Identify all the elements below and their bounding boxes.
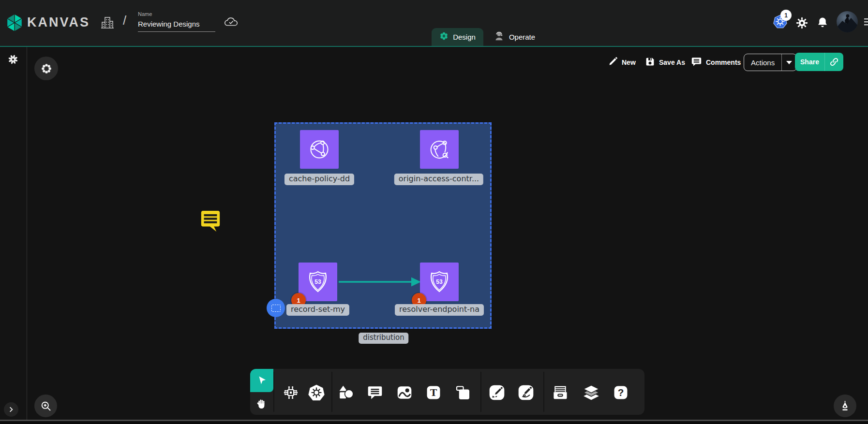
- archive-drawer-icon: [551, 383, 569, 402]
- avatar[interactable]: [837, 11, 858, 32]
- selection-handle[interactable]: [267, 299, 285, 317]
- comments-button[interactable]: Comments: [691, 54, 741, 71]
- text-icon: T: [425, 384, 442, 401]
- note-icon: [455, 384, 471, 401]
- tool-pan[interactable]: [250, 392, 273, 415]
- tab-operate[interactable]: Operate: [488, 28, 541, 46]
- tool-freehand-pencil[interactable]: [515, 381, 537, 404]
- shapes-icon: [337, 384, 355, 401]
- question-mark-icon: ?: [613, 384, 629, 401]
- organization-icon[interactable]: [100, 15, 115, 32]
- node-label-resolver-endpoint[interactable]: resolver-endpoint-na: [395, 304, 484, 316]
- left-sidebar: [0, 47, 27, 420]
- pen-nib-icon: [839, 400, 851, 412]
- breadcrumb-separator: /: [123, 13, 126, 28]
- share-split-button: Share: [795, 53, 843, 71]
- tool-mesh-sync[interactable]: [280, 381, 302, 404]
- window-bottom-shadow: [0, 421, 868, 424]
- edge-pencil-icon: [488, 384, 506, 401]
- save-as-button[interactable]: Save As: [645, 54, 685, 71]
- dock-toggle-button[interactable]: [34, 57, 58, 80]
- tool-help[interactable]: ?: [610, 381, 632, 404]
- magnifier-plus-icon: [40, 400, 52, 412]
- tool-layers[interactable]: [580, 381, 602, 404]
- tool-kubernetes[interactable]: [305, 381, 328, 404]
- chevron-down-icon: [786, 61, 792, 64]
- tool-image[interactable]: [393, 381, 416, 404]
- cursor-arrow-icon: [256, 375, 268, 386]
- operator-headset-icon: [494, 30, 505, 44]
- dock-divider: [543, 372, 544, 412]
- tab-operate-label: Operate: [509, 33, 535, 41]
- svg-text:T: T: [430, 387, 437, 398]
- header-divider: [0, 46, 868, 47]
- new-button[interactable]: New: [608, 54, 636, 71]
- tool-dock: T: [250, 369, 644, 415]
- svg-text:53: 53: [436, 278, 443, 285]
- comments-bubble-icon: [691, 56, 702, 69]
- tool-archive[interactable]: [549, 381, 571, 404]
- tab-design-label: Design: [453, 33, 476, 41]
- cloud-saved-icon[interactable]: [223, 15, 239, 30]
- meshery-spiral-icon[interactable]: [7, 54, 19, 67]
- actions-button[interactable]: Actions: [744, 54, 782, 71]
- comment-bubble-icon: [367, 384, 383, 401]
- dashed-square-icon: [271, 305, 281, 312]
- actions-dropdown: Actions: [744, 54, 797, 71]
- tool-edge-pencil[interactable]: [486, 381, 508, 404]
- tool-text[interactable]: T: [422, 381, 445, 404]
- notifications-bell-icon[interactable]: [816, 16, 829, 31]
- image-icon: [396, 384, 413, 401]
- zoom-in-button[interactable]: [34, 395, 57, 417]
- tool-comment[interactable]: [364, 381, 386, 404]
- flower-icon: [40, 62, 53, 75]
- actions-caret-button[interactable]: [782, 54, 796, 71]
- logo-text: KANVAS: [27, 15, 90, 30]
- cloudfront-origin-access-icon: [426, 136, 452, 162]
- node-resolver-endpoint[interactable]: 53: [420, 263, 459, 301]
- save-floppy-icon: [645, 57, 655, 69]
- copy-link-button[interactable]: [825, 53, 843, 71]
- menu-icon[interactable]: [864, 18, 868, 29]
- pen-mode-button[interactable]: [834, 395, 856, 417]
- svg-text:53: 53: [314, 278, 321, 285]
- svg-text:?: ?: [618, 387, 624, 398]
- dock-divider: [331, 372, 332, 412]
- node-label-record-set[interactable]: record-set-my: [286, 304, 349, 316]
- node-label-cache-policy[interactable]: cache-policy-dd: [284, 174, 354, 185]
- freehand-pencil-icon: [517, 384, 535, 401]
- route53-resolver-endpoint-icon: 53: [426, 269, 452, 295]
- node-label-origin-access[interactable]: origin-access-contr...: [394, 174, 483, 185]
- kanvas-logo-icon[interactable]: [6, 13, 23, 35]
- node-origin-access[interactable]: [420, 130, 459, 169]
- route53-record-set-icon: 53: [305, 269, 331, 295]
- kubernetes-badge: 1: [780, 10, 792, 21]
- sidebar-expand-button[interactable]: [4, 402, 18, 417]
- pencil-icon: [608, 57, 618, 68]
- edge-record-to-resolver[interactable]: [338, 276, 423, 288]
- node-cache-policy[interactable]: [300, 130, 339, 169]
- mesh-sync-icon: [282, 384, 299, 401]
- design-name-input[interactable]: Reviewing Designs: [138, 19, 215, 32]
- new-button-label: New: [622, 58, 636, 66]
- hand-icon: [255, 397, 268, 410]
- dock-divider: [273, 372, 274, 412]
- group-label-distribution[interactable]: distribution: [359, 333, 408, 344]
- comment-marker[interactable]: [199, 209, 222, 235]
- save-as-button-label: Save As: [659, 58, 685, 66]
- layers-icon: [582, 383, 600, 402]
- tool-select[interactable]: [250, 369, 273, 392]
- settings-gear-icon[interactable]: [795, 16, 808, 31]
- kubernetes-helm-icon: [307, 383, 326, 402]
- cloudfront-cache-policy-icon: [306, 136, 332, 162]
- share-button[interactable]: Share: [795, 53, 825, 71]
- tool-shapes[interactable]: [335, 381, 357, 404]
- comments-button-label: Comments: [706, 58, 741, 66]
- design-name-label: Name: [138, 11, 152, 17]
- link-icon: [829, 57, 839, 67]
- dock-divider: [480, 372, 481, 412]
- tab-design[interactable]: Design: [432, 28, 483, 46]
- tool-note[interactable]: [452, 381, 474, 404]
- header: KANVAS / Name Reviewing Designs: [0, 0, 868, 46]
- kanvas-app: KANVAS / Name Reviewing Designs: [0, 0, 868, 424]
